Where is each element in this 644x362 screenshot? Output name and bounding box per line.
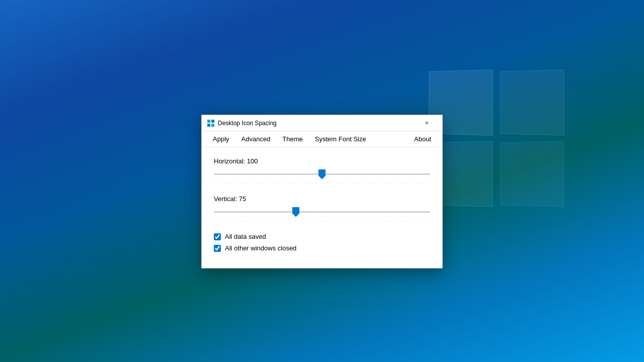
vertical-slider-label: Vertical: 75 [214,195,430,203]
menu-about[interactable]: About [408,131,437,147]
checkbox-section: All data saved All other windows closed [214,233,430,252]
vertical-slider-section: Vertical: 75 · · · · · · · · · · · · · [214,195,430,223]
menu-theme[interactable]: Theme [276,131,308,147]
app-icon [207,119,215,127]
all-data-saved-checkbox[interactable] [214,233,221,240]
menu-system-font-size[interactable]: System Font Size [309,131,372,147]
titlebar-left: Desktop Icon Spacing [207,119,277,127]
horizontal-ticks: · · · · · · · · · · · · · · · · · [214,182,430,185]
all-other-windows-closed-checkbox[interactable] [214,245,221,252]
horizontal-slider-section: Horizontal: 100 · · · · · · · · · · · · … [214,157,430,185]
svg-rect-2 [207,124,210,127]
vertical-ticks: · · · · · · · · · · · · · · · · · [214,219,430,223]
all-other-windows-closed-label[interactable]: All other windows closed [225,244,296,252]
all-data-saved-label[interactable]: All data saved [225,233,266,240]
horizontal-slider-wrapper: · · · · · · · · · · · · · · · · · [214,169,430,185]
horizontal-slider-label: Horizontal: 100 [214,157,430,165]
titlebar: Desktop Icon Spacing ✕ [202,115,442,131]
windows-logo-decoration [428,70,574,226]
close-button[interactable]: ✕ [415,116,438,130]
checkbox-item-all-data-saved: All data saved [214,233,430,240]
checkbox-item-all-windows-closed: All other windows closed [214,244,430,252]
horizontal-slider[interactable] [214,169,430,179]
svg-rect-0 [207,120,210,123]
svg-rect-1 [211,120,214,123]
menubar: Apply Advanced Theme System Font Size Ab… [202,131,442,147]
dialog-window: Desktop Icon Spacing ✕ Apply Advanced Th… [201,115,443,268]
window-title: Desktop Icon Spacing [218,120,277,127]
dialog-content: Horizontal: 100 · · · · · · · · · · · · … [202,147,442,268]
svg-rect-3 [211,124,214,127]
menu-advanced[interactable]: Advanced [235,131,277,147]
menu-apply[interactable]: Apply [207,131,235,147]
vertical-slider-wrapper: · · · · · · · · · · · · · · · · · [214,207,430,223]
vertical-slider[interactable] [214,207,430,217]
